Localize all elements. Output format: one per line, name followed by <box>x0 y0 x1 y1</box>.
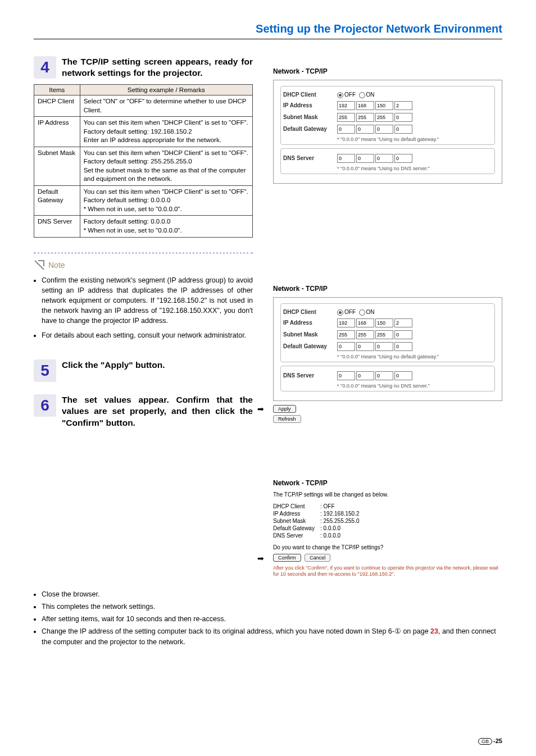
step-number-6: 6 <box>34 394 56 417</box>
footer-item: After setting items, wait for 10 seconds… <box>42 614 502 624</box>
note-header: Note <box>34 252 253 271</box>
confirm-warning: After you click "Confirm", if you want t… <box>273 565 502 578</box>
panel3-title: Network - TCP/IP <box>273 479 502 487</box>
mask-input[interactable]: 255 <box>375 113 393 122</box>
note-item: For details about each setting, consult … <box>42 330 253 340</box>
table-row: Default GatewayYou can set this item whe… <box>34 185 253 216</box>
dns-input[interactable]: 0 <box>337 154 355 163</box>
gw-input[interactable]: 0 <box>375 125 393 134</box>
panel3-intro: The TCP/IP settings will be changed as b… <box>273 491 502 498</box>
mask-input[interactable]: 255 <box>337 113 355 122</box>
step-4: 4 The TCP/IP setting screen appears, rea… <box>34 56 253 79</box>
radio-off[interactable] <box>337 92 343 98</box>
network-panel-3: The TCP/IP settings will be changed as b… <box>273 491 502 578</box>
footer-item: This completes the network settings. <box>42 602 502 612</box>
mask-input[interactable]: 0 <box>394 113 412 122</box>
apply-button[interactable]: Apply <box>273 405 296 413</box>
settings-table: Items Setting example / Remarks DHCP Cli… <box>34 84 253 237</box>
arrow-icon: ➡ <box>257 554 264 563</box>
network-panel-2: DHCP Client OFF ON IP Address 1921681502… <box>273 297 502 401</box>
step-number-5: 5 <box>34 359 56 382</box>
cancel-button[interactable]: Cancel <box>305 554 330 562</box>
gw-input[interactable]: 0 <box>394 125 412 134</box>
network-panel-1: DHCP Client OFF ON IP Address 1921681502… <box>273 80 502 184</box>
page-header: Setting up the Projector Network Environ… <box>34 22 502 39</box>
footer-item: Change the IP address of the setting com… <box>42 626 502 646</box>
note-item: Confirm the existing network's segment (… <box>42 275 253 326</box>
dns-input[interactable]: 0 <box>356 154 374 163</box>
radio-off[interactable] <box>337 309 343 316</box>
note-label: Note <box>48 261 65 270</box>
ip-label: IP Address <box>283 102 337 108</box>
dhcp-label: DHCP Client <box>283 92 337 98</box>
step-number-4: 4 <box>34 56 56 79</box>
step-5-title: Click the "Apply" button. <box>62 359 165 371</box>
panel1-title: Network - TCP/IP <box>273 67 502 75</box>
table-row: Subnet MaskYou can set this item when "D… <box>34 147 253 185</box>
ip-input[interactable]: 150 <box>375 101 393 110</box>
table-header-remarks: Setting example / Remarks <box>80 85 252 95</box>
step-5: 5 Click the "Apply" button. <box>34 359 253 382</box>
step-4-title: The TCP/IP setting screen appears, ready… <box>62 56 253 79</box>
table-header-items: Items <box>34 85 80 95</box>
refresh-button[interactable]: Refresh <box>273 415 301 423</box>
gw-input[interactable]: 0 <box>337 125 355 134</box>
dns-note: * "0.0.0.0" means "Using no DNS server." <box>337 166 492 171</box>
footer-bullets: Close the browser. This completes the ne… <box>34 589 502 647</box>
gw-note: * "0.0.0.0" means "Using no default gate… <box>337 136 492 142</box>
footer-item: Close the browser. <box>42 589 502 599</box>
step-6: 6 The set values appear. Confirm that th… <box>34 394 253 428</box>
dns-input[interactable]: 0 <box>394 154 412 163</box>
arrow-icon: ➡ <box>257 404 264 413</box>
gw-label: Default Gateway <box>283 126 337 132</box>
table-row: DHCP ClientSelect "ON" or "OFF" to deter… <box>34 95 253 117</box>
panel2-title: Network - TCP/IP <box>273 285 502 293</box>
note-icon <box>34 259 45 271</box>
radio-on[interactable] <box>359 309 365 316</box>
ip-input[interactable]: 192 <box>337 101 355 110</box>
radio-on[interactable] <box>359 92 365 98</box>
page-number: GB-25 <box>478 737 502 745</box>
ip-input[interactable]: 2 <box>394 101 412 110</box>
table-row: IP AddressYou can set this item when "DH… <box>34 117 253 147</box>
step-6-title: The set values appear. Confirm that the … <box>62 394 253 428</box>
mask-input[interactable]: 255 <box>356 113 374 122</box>
mask-label: Subnet Mask <box>283 114 337 120</box>
ip-input[interactable]: 168 <box>356 101 374 110</box>
confirm-button[interactable]: Confirm <box>273 554 301 562</box>
note-list: Confirm the existing network's segment (… <box>34 275 253 341</box>
confirm-question: Do you want to change the TCP/IP setting… <box>273 544 502 550</box>
gw-input[interactable]: 0 <box>356 125 374 134</box>
table-row: DNS ServerFactory default setting: 0.0.0… <box>34 216 253 237</box>
dns-label: DNS Server <box>283 155 337 161</box>
dns-input[interactable]: 0 <box>375 154 393 163</box>
